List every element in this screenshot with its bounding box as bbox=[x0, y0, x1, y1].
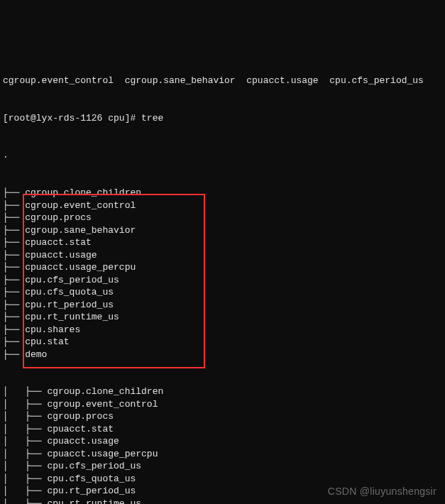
tree-line: │ ├── cgroup.procs bbox=[3, 410, 442, 423]
tree-line: │ ├── cpuacct.usage_percpu bbox=[3, 448, 442, 461]
tree-line: │ ├── cpuacct.stat bbox=[3, 423, 442, 436]
tree-line: ├── cpu.cfs_period_us bbox=[3, 274, 442, 287]
tree-line: │ ├── cpu.cfs_quota_us bbox=[3, 473, 442, 486]
tree-line: ├── cgroup.clone_children bbox=[3, 187, 442, 199]
tree-line: ├── cpuacct.usage_percpu bbox=[3, 261, 442, 274]
tree-line: ├── cpuacct.stat bbox=[3, 236, 442, 249]
tree-line: ├── cgroup.event_control bbox=[3, 199, 442, 212]
tree-line: ├── cpu.rt_runtime_us bbox=[3, 311, 442, 324]
tree-line: │ ├── cpuacct.usage bbox=[3, 435, 442, 448]
tree-line: ├── demo bbox=[3, 349, 442, 361]
terminal-output: cgroup.event_control cgroup.sane_behavio… bbox=[0, 50, 445, 504]
header-line: cgroup.event_control cgroup.sane_behavio… bbox=[3, 75, 442, 87]
prompt-line: [root@lyx-rds-1126 cpu]# tree bbox=[3, 112, 442, 125]
tree-root: . bbox=[3, 149, 442, 162]
tree-line: ├── cgroup.sane_behavior bbox=[3, 224, 442, 237]
tree-line: │ ├── cpu.cfs_period_us bbox=[3, 460, 442, 473]
tree-line: ├── cpu.rt_period_us bbox=[3, 299, 442, 312]
tree-line: │ ├── cgroup.event_control bbox=[3, 398, 442, 411]
tree-line: ├── cpu.stat bbox=[3, 336, 442, 349]
tree-line: ├── cpuacct.usage bbox=[3, 249, 442, 262]
tree-line: ├── cgroup.procs bbox=[3, 212, 442, 224]
tree-line: ├── cpu.cfs_quota_us bbox=[3, 286, 442, 299]
tree-line: ├── cpu.shares bbox=[3, 324, 442, 336]
watermark: CSDN @liuyunshengsir bbox=[328, 485, 436, 498]
tree-line: │ ├── cgroup.clone_children bbox=[3, 385, 442, 398]
tree-line: │ ├── cpu.rt_runtime_us bbox=[3, 498, 442, 504]
tree-top-level: ├── cgroup.clone_children├── cgroup.even… bbox=[3, 187, 442, 361]
